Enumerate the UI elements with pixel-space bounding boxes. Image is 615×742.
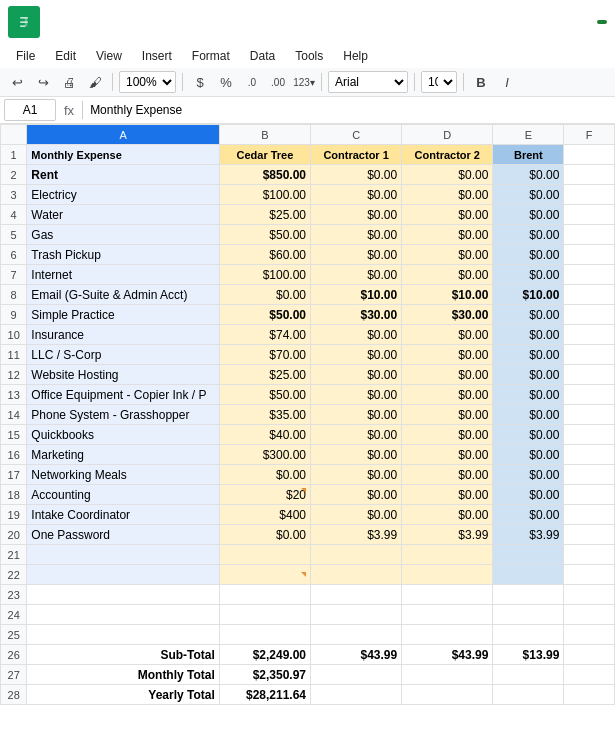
decimal-increase-button[interactable]: .00 bbox=[267, 71, 289, 93]
bold-button[interactable]: B bbox=[470, 71, 492, 93]
row-header[interactable]: 11 bbox=[1, 345, 27, 365]
row-header[interactable]: 17 bbox=[1, 465, 27, 485]
cell-b1[interactable]: Cedar Tree bbox=[219, 145, 310, 165]
cell-e13[interactable]: $0.00 bbox=[493, 385, 564, 405]
cell-f10[interactable] bbox=[564, 325, 615, 345]
cell-d1[interactable]: Contractor 2 bbox=[402, 145, 493, 165]
cell-f16[interactable] bbox=[564, 445, 615, 465]
cell-d3[interactable]: $0.00 bbox=[402, 185, 493, 205]
cell-c25[interactable] bbox=[311, 625, 402, 645]
cell-a22[interactable] bbox=[27, 565, 220, 585]
cell-d23[interactable] bbox=[402, 585, 493, 605]
cell-c21[interactable] bbox=[311, 545, 402, 565]
cell-d13[interactable]: $0.00 bbox=[402, 385, 493, 405]
row-header[interactable]: 25 bbox=[1, 625, 27, 645]
font-size-select[interactable]: 10 bbox=[421, 71, 457, 93]
col-header-b[interactable]: B bbox=[219, 125, 310, 145]
cell-c5[interactable]: $0.00 bbox=[311, 225, 402, 245]
cell-d14[interactable]: $0.00 bbox=[402, 405, 493, 425]
menu-format[interactable]: Format bbox=[184, 46, 238, 66]
cell-f22[interactable] bbox=[564, 565, 615, 585]
cell-a7[interactable]: Internet bbox=[27, 265, 220, 285]
cell-a23[interactable] bbox=[27, 585, 220, 605]
cell-f6[interactable] bbox=[564, 245, 615, 265]
font-select[interactable]: Arial bbox=[328, 71, 408, 93]
cell-e25[interactable] bbox=[493, 625, 564, 645]
cell-f18[interactable] bbox=[564, 485, 615, 505]
cell-c2[interactable]: $0.00 bbox=[311, 165, 402, 185]
cell-b6[interactable]: $60.00 bbox=[219, 245, 310, 265]
cell-b4[interactable]: $25.00 bbox=[219, 205, 310, 225]
cell-f13[interactable] bbox=[564, 385, 615, 405]
cell-c10[interactable]: $0.00 bbox=[311, 325, 402, 345]
cell-e7[interactable]: $0.00 bbox=[493, 265, 564, 285]
cell-c16[interactable]: $0.00 bbox=[311, 445, 402, 465]
cell-b20[interactable]: $0.00 bbox=[219, 525, 310, 545]
cell-d25[interactable] bbox=[402, 625, 493, 645]
row-header[interactable]: 13 bbox=[1, 385, 27, 405]
cell-a15[interactable]: Quickbooks bbox=[27, 425, 220, 445]
cell-b7[interactable]: $100.00 bbox=[219, 265, 310, 285]
cell-b24[interactable] bbox=[219, 605, 310, 625]
row-header[interactable]: 22 bbox=[1, 565, 27, 585]
cell-a27[interactable]: Monthly Total bbox=[27, 665, 220, 685]
cell-f20[interactable] bbox=[564, 525, 615, 545]
cell-a4[interactable]: Water bbox=[27, 205, 220, 225]
cell-c9[interactable]: $30.00 bbox=[311, 305, 402, 325]
cell-d24[interactable] bbox=[402, 605, 493, 625]
cell-c12[interactable]: $0.00 bbox=[311, 365, 402, 385]
cell-f5[interactable] bbox=[564, 225, 615, 245]
italic-button[interactable]: I bbox=[496, 71, 518, 93]
cell-d21[interactable] bbox=[402, 545, 493, 565]
row-header[interactable]: 21 bbox=[1, 545, 27, 565]
cell-a28[interactable]: Yearly Total bbox=[27, 685, 220, 705]
cell-a13[interactable]: Office Equipment - Copier Ink / P bbox=[27, 385, 220, 405]
col-header-a[interactable]: A bbox=[27, 125, 220, 145]
cell-b17[interactable]: $0.00 bbox=[219, 465, 310, 485]
cell-e3[interactable]: $0.00 bbox=[493, 185, 564, 205]
cell-d27[interactable] bbox=[402, 665, 493, 685]
cell-a5[interactable]: Gas bbox=[27, 225, 220, 245]
cell-f26[interactable] bbox=[564, 645, 615, 665]
cell-f14[interactable] bbox=[564, 405, 615, 425]
menu-view[interactable]: View bbox=[88, 46, 130, 66]
cell-f27[interactable] bbox=[564, 665, 615, 685]
row-header[interactable]: 18 bbox=[1, 485, 27, 505]
cell-d6[interactable]: $0.00 bbox=[402, 245, 493, 265]
cell-f24[interactable] bbox=[564, 605, 615, 625]
menu-file[interactable]: File bbox=[8, 46, 43, 66]
cell-b5[interactable]: $50.00 bbox=[219, 225, 310, 245]
percent-button[interactable]: % bbox=[215, 71, 237, 93]
cell-e8[interactable]: $10.00 bbox=[493, 285, 564, 305]
cell-b18[interactable]: $20 bbox=[219, 485, 310, 505]
cell-c4[interactable]: $0.00 bbox=[311, 205, 402, 225]
cell-f25[interactable] bbox=[564, 625, 615, 645]
cell-b3[interactable]: $100.00 bbox=[219, 185, 310, 205]
menu-edit[interactable]: Edit bbox=[47, 46, 84, 66]
format123-button[interactable]: 123▾ bbox=[293, 71, 315, 93]
cell-a24[interactable] bbox=[27, 605, 220, 625]
cell-e20[interactable]: $3.99 bbox=[493, 525, 564, 545]
cell-d19[interactable]: $0.00 bbox=[402, 505, 493, 525]
row-header[interactable]: 5 bbox=[1, 225, 27, 245]
col-header-e[interactable]: E bbox=[493, 125, 564, 145]
cell-e5[interactable]: $0.00 bbox=[493, 225, 564, 245]
cell-a10[interactable]: Insurance bbox=[27, 325, 220, 345]
row-header[interactable]: 20 bbox=[1, 525, 27, 545]
cell-e4[interactable]: $0.00 bbox=[493, 205, 564, 225]
col-header-d[interactable]: D bbox=[402, 125, 493, 145]
cell-a2[interactable]: Rent bbox=[27, 165, 220, 185]
cell-f17[interactable] bbox=[564, 465, 615, 485]
cell-c23[interactable] bbox=[311, 585, 402, 605]
cell-e11[interactable]: $0.00 bbox=[493, 345, 564, 365]
cell-d2[interactable]: $0.00 bbox=[402, 165, 493, 185]
row-header[interactable]: 14 bbox=[1, 405, 27, 425]
cell-d16[interactable]: $0.00 bbox=[402, 445, 493, 465]
cell-b22[interactable] bbox=[219, 565, 310, 585]
cell-e23[interactable] bbox=[493, 585, 564, 605]
cell-d28[interactable] bbox=[402, 685, 493, 705]
cell-b10[interactable]: $74.00 bbox=[219, 325, 310, 345]
cell-e24[interactable] bbox=[493, 605, 564, 625]
cell-b28[interactable]: $28,211.64 bbox=[219, 685, 310, 705]
cell-f8[interactable] bbox=[564, 285, 615, 305]
